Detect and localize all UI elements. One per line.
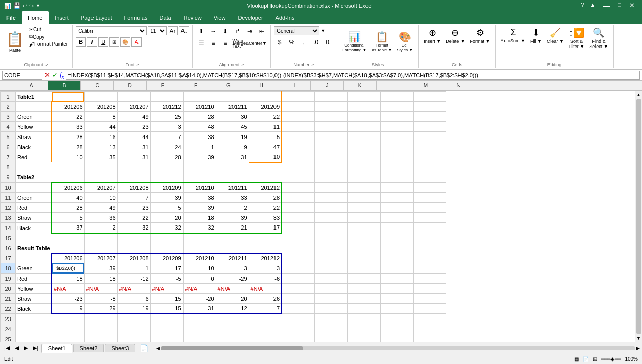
cell-b9[interactable] bbox=[52, 172, 84, 183]
h-scroll-track[interactable] bbox=[161, 346, 635, 350]
col-header-n[interactable]: N bbox=[442, 81, 475, 90]
quick-access-undo[interactable]: ↩ bbox=[23, 3, 27, 9]
cell-m4[interactable] bbox=[413, 122, 446, 132]
cell-styles-button[interactable]: 🎨 CellStyles ▼ bbox=[395, 26, 415, 57]
align-top-btn[interactable]: ⬆ bbox=[196, 26, 207, 36]
indent-less-btn[interactable]: ⇤ bbox=[256, 26, 267, 36]
cell-c5[interactable]: 16 bbox=[84, 132, 117, 142]
sheet-tab-3[interactable]: Sheet3 bbox=[105, 344, 135, 352]
cell-i12[interactable] bbox=[282, 203, 314, 213]
cell-e18[interactable]: 17 bbox=[150, 263, 183, 274]
sheet-nav-next[interactable]: ▶ bbox=[22, 344, 30, 352]
cell-d12[interactable]: 23 bbox=[117, 203, 150, 213]
cell-c23[interactable] bbox=[84, 314, 117, 324]
cell-i25[interactable] bbox=[282, 334, 314, 342]
cell-m23[interactable] bbox=[413, 314, 446, 324]
cell-a12[interactable]: Red bbox=[16, 203, 52, 213]
vertical-scrollbar[interactable]: ▲ ▼ bbox=[635, 91, 642, 342]
cell-l13[interactable] bbox=[380, 213, 413, 223]
cell-i1[interactable] bbox=[282, 92, 314, 102]
cell-c19[interactable]: 18 bbox=[84, 274, 117, 284]
cell-l12[interactable] bbox=[380, 203, 413, 213]
cell-b18[interactable]: =$B$2,0))) bbox=[52, 263, 84, 274]
cell-i15[interactable] bbox=[282, 233, 314, 243]
cell-g16[interactable] bbox=[216, 243, 249, 253]
cell-h2[interactable]: 201209 bbox=[249, 102, 282, 112]
indent-more-btn[interactable]: ⇥ bbox=[244, 26, 255, 36]
cell-b24[interactable] bbox=[52, 324, 84, 334]
tab-developer[interactable]: Developer bbox=[232, 11, 269, 24]
cell-h4[interactable]: 11 bbox=[249, 122, 282, 132]
cell-m5[interactable] bbox=[413, 132, 446, 142]
close-btn[interactable]: ✕ bbox=[626, 2, 638, 10]
cell-d25[interactable] bbox=[117, 334, 150, 342]
cell-h23[interactable] bbox=[249, 314, 282, 324]
cell-j10[interactable] bbox=[314, 183, 347, 193]
cell-b11[interactable]: 40 bbox=[52, 193, 84, 203]
cell-c7[interactable]: 35 bbox=[84, 152, 117, 162]
font-size-select[interactable]: 11 bbox=[148, 26, 167, 35]
cell-f1[interactable] bbox=[183, 92, 216, 102]
cell-d1[interactable] bbox=[117, 92, 150, 102]
scroll-thumb[interactable] bbox=[636, 99, 641, 334]
percent-btn[interactable]: % bbox=[286, 37, 297, 48]
cell-k6[interactable] bbox=[347, 142, 380, 152]
cell-k16[interactable] bbox=[347, 243, 380, 253]
cell-m12[interactable] bbox=[413, 203, 446, 213]
cell-l25[interactable] bbox=[380, 334, 413, 342]
cell-g15[interactable] bbox=[216, 233, 249, 243]
cell-h11[interactable]: 28 bbox=[249, 193, 282, 203]
cell-j23[interactable] bbox=[314, 314, 347, 324]
cell-c3[interactable]: 8 bbox=[84, 112, 117, 122]
align-bottom-btn[interactable]: ⬇ bbox=[220, 26, 231, 36]
cell-i7[interactable] bbox=[282, 152, 314, 162]
decrease-decimal-btn[interactable]: 0. bbox=[323, 37, 334, 48]
cell-f3[interactable]: 28 bbox=[183, 112, 216, 122]
cell-c16[interactable] bbox=[84, 243, 117, 253]
cell-a19[interactable]: Red bbox=[16, 274, 52, 284]
cell-f2[interactable]: 201210 bbox=[183, 102, 216, 112]
cell-a25[interactable] bbox=[16, 334, 52, 342]
cell-d14[interactable]: 32 bbox=[117, 223, 150, 233]
cell-h25[interactable] bbox=[249, 334, 282, 342]
cell-b10[interactable]: 201206 bbox=[52, 183, 84, 193]
cell-i19[interactable] bbox=[282, 274, 314, 284]
text-direction-btn[interactable]: ↱ bbox=[232, 26, 243, 36]
cell-d15[interactable] bbox=[117, 233, 150, 243]
format-cells-button[interactable]: ⚙ Format ▼ bbox=[468, 26, 492, 45]
cell-g6[interactable]: 9 bbox=[216, 142, 249, 152]
cell-k20[interactable] bbox=[347, 284, 380, 294]
cell-a9[interactable]: Table2 bbox=[16, 172, 52, 183]
cell-i16[interactable] bbox=[282, 243, 314, 253]
conditional-formatting-button[interactable]: 📊 ConditionalFormatting ▼ bbox=[340, 26, 369, 57]
sort-filter-button[interactable]: ↕🔽 Sort &Filter ▼ bbox=[567, 26, 586, 50]
cell-e24[interactable] bbox=[150, 324, 183, 334]
cell-g10[interactable]: 201211 bbox=[216, 183, 249, 193]
cell-b2[interactable]: 201206 bbox=[52, 102, 84, 112]
new-sheet-btn[interactable]: 📄 bbox=[136, 344, 151, 352]
cell-a22[interactable]: Black bbox=[16, 304, 52, 314]
cell-j9[interactable] bbox=[314, 172, 347, 183]
cell-h12[interactable]: 22 bbox=[249, 203, 282, 213]
cell-f23[interactable] bbox=[183, 314, 216, 324]
align-right-btn[interactable]: ≡ bbox=[220, 38, 231, 49]
format-painter-button[interactable]: 🖌 Format Painter bbox=[28, 41, 69, 48]
cell-b7[interactable]: 10 bbox=[52, 152, 84, 162]
tab-addins[interactable]: Add-Ins bbox=[269, 11, 301, 24]
cell-b17[interactable]: 201206 bbox=[52, 253, 84, 263]
cell-m22[interactable] bbox=[413, 304, 446, 314]
cell-c8[interactable] bbox=[84, 162, 117, 172]
cell-a14[interactable]: Black bbox=[16, 223, 52, 233]
cell-j3[interactable] bbox=[314, 112, 347, 122]
cell-d2[interactable]: 201207 bbox=[117, 102, 150, 112]
cell-e21[interactable]: 15 bbox=[150, 294, 183, 304]
cell-d3[interactable]: 49 bbox=[117, 112, 150, 122]
cell-g2[interactable]: 201211 bbox=[216, 102, 249, 112]
col-header-g[interactable]: G bbox=[212, 81, 245, 90]
cell-f6[interactable]: 1 bbox=[183, 142, 216, 152]
increase-font-btn[interactable]: A↑ bbox=[168, 26, 178, 35]
border-btn[interactable]: ⊞ bbox=[109, 37, 119, 47]
cell-c9[interactable] bbox=[84, 172, 117, 183]
cell-l24[interactable] bbox=[380, 324, 413, 334]
currency-btn[interactable]: $ bbox=[274, 37, 285, 48]
